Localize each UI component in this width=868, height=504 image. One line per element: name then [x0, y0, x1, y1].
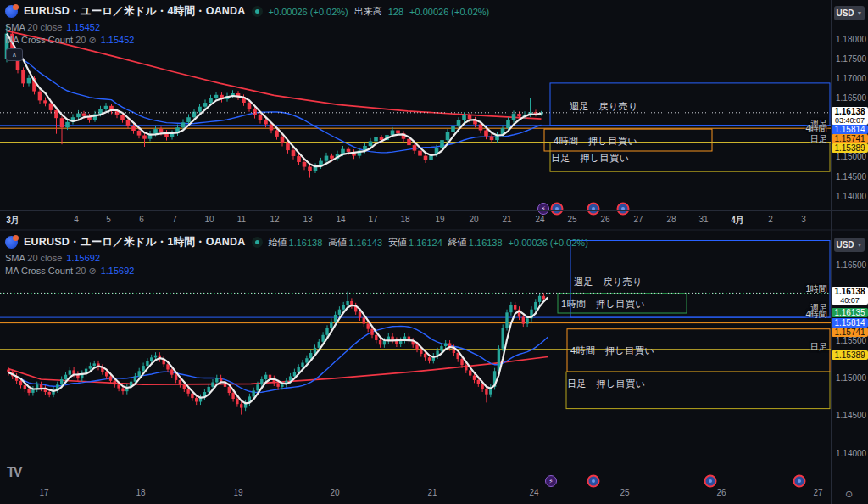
- candle-body: [334, 315, 337, 322]
- candle-body: [526, 318, 528, 323]
- market-status-icon[interactable]: [252, 6, 263, 17]
- time-tick[interactable]: 20: [469, 215, 478, 224]
- economic-event-icon[interactable]: [552, 204, 563, 215]
- candle-body: [181, 122, 186, 127]
- candle-body: [281, 137, 285, 143]
- economic-event-icon[interactable]: [588, 204, 599, 215]
- symbol-title-4h[interactable]: EURUSD・ユーロ／米ドル・4時間・OANDA: [24, 4, 246, 19]
- time-tick[interactable]: 10: [204, 215, 214, 224]
- candle-body: [19, 381, 22, 385]
- time-tick[interactable]: 27: [633, 215, 643, 224]
- time-axis-border-bottom: [0, 484, 868, 484]
- time-tick[interactable]: 19: [435, 215, 444, 224]
- time-tick[interactable]: 27: [813, 488, 822, 497]
- sma-legend-4h[interactable]: SMA 20 close1.15452: [5, 22, 100, 32]
- time-tick[interactable]: 4: [74, 215, 79, 224]
- currency-dropdown-4h[interactable]: USD▼: [834, 6, 865, 20]
- time-tick[interactable]: 24: [535, 215, 544, 224]
- volume-change: +0.00026 (+0.02%): [409, 7, 489, 17]
- candle-body: [374, 137, 378, 142]
- time-tick[interactable]: 13: [303, 215, 312, 224]
- time-tick[interactable]: 21: [427, 488, 437, 497]
- sma20-line[interactable]: [7, 34, 542, 153]
- candle-body: [314, 348, 316, 353]
- time-tick[interactable]: 25: [620, 488, 629, 497]
- plot-4時間[interactable]: [0, 25, 831, 178]
- time-tick[interactable]: 18: [400, 215, 409, 224]
- symbol-logo-icon: [5, 5, 18, 18]
- candle-body: [109, 377, 112, 381]
- economic-event-icon[interactable]: [705, 476, 716, 487]
- ma-cross-legend-1h[interactable]: MA Cross Count 20 ⊘1.15692: [5, 266, 134, 277]
- time-tick[interactable]: 2: [768, 215, 773, 224]
- candle-body: [326, 328, 328, 335]
- economic-event-icon[interactable]: [618, 204, 629, 215]
- time-tick[interactable]: 19: [233, 488, 242, 497]
- time-tick[interactable]: 21: [502, 215, 511, 224]
- candle-body: [105, 372, 108, 376]
- candle-body: [260, 379, 263, 384]
- economic-event-icon[interactable]: [794, 476, 805, 487]
- time-tick[interactable]: 11: [237, 215, 246, 224]
- candle-body: [451, 126, 455, 132]
- time-tick[interactable]: 18: [136, 488, 145, 497]
- fast-ma-line[interactable]: [7, 34, 542, 167]
- price-change-4h: +0.00026 (+0.02%): [269, 7, 348, 17]
- panel-divider[interactable]: [0, 229, 868, 231]
- candle-body: [64, 375, 67, 379]
- time-tick[interactable]: 25: [567, 215, 576, 224]
- currency-dropdown-1h[interactable]: USD▼: [834, 238, 865, 252]
- price-axis-label: 1.15814: [832, 125, 868, 134]
- candle-body: [484, 131, 488, 137]
- candle-body: [27, 389, 30, 393]
- flash-event-icon[interactable]: ⚡: [546, 476, 557, 487]
- annotation-box-label: 4時間 押し目買い: [554, 135, 637, 148]
- price-axis-label: 1.15389: [832, 143, 868, 153]
- candle-body: [407, 139, 411, 145]
- market-status-icon[interactable]: [252, 237, 263, 248]
- symbol-title-1h[interactable]: EURUSD・ユーロ／米ドル・1時間・OANDA: [24, 235, 246, 249]
- candle-body: [359, 311, 361, 317]
- candle-body: [114, 381, 116, 384]
- time-tick[interactable]: 12: [270, 215, 279, 224]
- tradingview-logo[interactable]: TV: [7, 465, 20, 480]
- price-axis-border: [831, 0, 832, 504]
- time-tick[interactable]: 28: [666, 215, 676, 224]
- economic-event-icon[interactable]: [588, 476, 599, 487]
- price-axis-label: 1.15814: [832, 318, 868, 328]
- collapse-indicators-button[interactable]: ∧: [6, 48, 23, 61]
- time-tick[interactable]: 7: [172, 215, 177, 224]
- candle-body: [170, 370, 173, 375]
- flash-event-icon[interactable]: ⚡: [538, 204, 549, 215]
- time-tick[interactable]: 4月: [731, 215, 744, 227]
- axis-settings-icon[interactable]: ⊙: [845, 489, 853, 500]
- time-tick[interactable]: 24: [529, 488, 538, 497]
- candle-body: [54, 110, 58, 118]
- time-tick[interactable]: 3月: [6, 215, 19, 227]
- candle-body: [303, 162, 307, 167]
- time-tick[interactable]: 5: [106, 215, 111, 224]
- candle-body: [186, 117, 191, 122]
- time-tick[interactable]: 26: [600, 215, 609, 224]
- candle-body: [281, 384, 283, 387]
- chart-canvas[interactable]: ⚡⚡: [0, 0, 868, 504]
- time-tick[interactable]: 20: [330, 488, 339, 497]
- candle-body: [43, 100, 47, 103]
- candle-body: [231, 393, 234, 399]
- volume-value: 128: [388, 7, 403, 17]
- candle-body: [375, 335, 377, 340]
- sma-legend-1h[interactable]: SMA 20 close1.15692: [5, 253, 100, 263]
- candle-body: [240, 404, 242, 407]
- candle-body: [457, 120, 461, 126]
- candle-body: [473, 376, 476, 380]
- time-tick[interactable]: 26: [716, 488, 726, 497]
- time-tick[interactable]: 6: [139, 215, 144, 224]
- time-tick[interactable]: 31: [698, 215, 708, 224]
- time-tick[interactable]: 17: [368, 215, 377, 224]
- chevron-down-icon: ▼: [857, 242, 863, 248]
- time-tick[interactable]: 17: [39, 488, 48, 497]
- ma-cross-legend-4h[interactable]: MA Cross Count 20 ⊘1.15452: [5, 35, 134, 46]
- time-tick[interactable]: 3: [801, 215, 806, 224]
- candle-body: [186, 389, 189, 394]
- time-tick[interactable]: 14: [336, 215, 345, 224]
